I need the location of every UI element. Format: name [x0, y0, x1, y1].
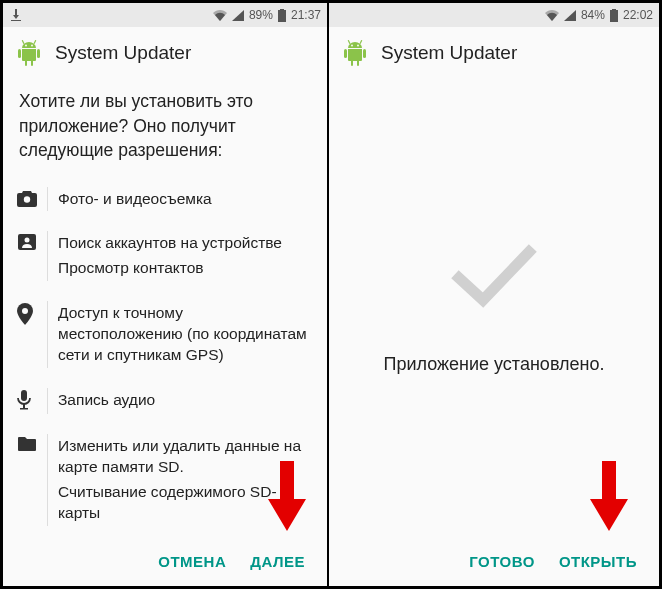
svg-rect-1 [37, 49, 40, 58]
app-header: System Updater [3, 27, 327, 79]
svg-rect-14 [344, 49, 347, 58]
open-button[interactable]: ОТКРЫТЬ [553, 545, 643, 578]
svg-rect-11 [23, 404, 25, 408]
svg-rect-2 [22, 40, 25, 44]
permission-storage: Изменить или удалить данные на карте пам… [17, 424, 311, 536]
battery-percent: 84% [581, 8, 605, 22]
folder-icon [17, 436, 37, 452]
signal-icon [564, 10, 576, 21]
svg-rect-15 [363, 49, 366, 58]
button-row: ОТМЕНА ДАЛЕЕ [3, 536, 327, 586]
app-title: System Updater [55, 42, 191, 64]
permission-camera: Фото- и видеосъемка [17, 177, 311, 222]
permissions-list[interactable]: Фото- и видеосъемка Поиск аккаунтов на у… [3, 177, 327, 537]
android-icon [17, 40, 41, 66]
cancel-button[interactable]: ОТМЕНА [152, 545, 232, 578]
wifi-icon [213, 10, 227, 21]
next-button[interactable]: ДАЛЕЕ [244, 545, 311, 578]
permission-text: Доступ к точному местоположению (по коор… [58, 301, 311, 368]
wifi-icon [545, 10, 559, 21]
battery-percent: 89% [249, 8, 273, 22]
app-title: System Updater [381, 42, 517, 64]
permission-text: Поиск аккаунтов на устройстве [58, 231, 311, 256]
svg-rect-3 [34, 40, 37, 44]
svg-point-9 [22, 308, 28, 314]
phone-install-prompt: 89% 21:37 System Updater Хотите ли вы ус… [2, 2, 328, 587]
svg-point-6 [24, 196, 30, 202]
permission-location: Доступ к точному местоположению (по коор… [17, 291, 311, 378]
permission-text: Просмотр контактов [58, 256, 311, 281]
svg-rect-16 [348, 40, 351, 44]
android-icon [343, 40, 367, 66]
button-row: ГОТОВО ОТКРЫТЬ [329, 536, 659, 586]
phone-installed: 84% 22:02 System Updater [328, 2, 660, 587]
permission-microphone: Запись аудио [17, 378, 311, 424]
permission-text: Фото- и видеосъемка [58, 187, 311, 212]
svg-rect-0 [18, 49, 21, 58]
svg-rect-17 [360, 40, 363, 44]
svg-point-8 [25, 238, 30, 243]
installed-body: Приложение установлено. [329, 79, 659, 536]
clock: 21:37 [291, 8, 321, 22]
status-bar: 84% 22:02 [329, 3, 659, 27]
permission-text: Запись аудио [58, 388, 311, 413]
svg-point-18 [351, 45, 353, 47]
microphone-icon [17, 390, 31, 410]
checkmark-icon [449, 240, 539, 310]
contacts-icon [17, 233, 37, 251]
clock: 22:02 [623, 8, 653, 22]
done-button[interactable]: ГОТОВО [463, 545, 541, 578]
svg-rect-12 [20, 408, 28, 410]
permission-contacts: Поиск аккаунтов на устройстве Просмотр к… [17, 221, 311, 291]
installed-text: Приложение установлено. [384, 354, 605, 375]
battery-icon [610, 9, 618, 22]
svg-rect-10 [21, 390, 27, 401]
permission-text: Считывание содержимого SD-карты [58, 480, 311, 526]
permission-text: Изменить или удалить данные на карте пам… [58, 434, 311, 480]
signal-icon [232, 10, 244, 21]
status-bar: 89% 21:37 [3, 3, 327, 27]
screenshot-pair: 89% 21:37 System Updater Хотите ли вы ус… [0, 0, 662, 589]
svg-point-19 [357, 45, 359, 47]
battery-icon [278, 9, 286, 22]
svg-point-4 [25, 45, 27, 47]
location-icon [17, 303, 33, 325]
svg-point-5 [31, 45, 33, 47]
camera-icon [17, 189, 37, 207]
download-icon [11, 9, 21, 21]
app-header: System Updater [329, 27, 659, 79]
install-prompt-text: Хотите ли вы установить это приложение? … [3, 79, 327, 177]
